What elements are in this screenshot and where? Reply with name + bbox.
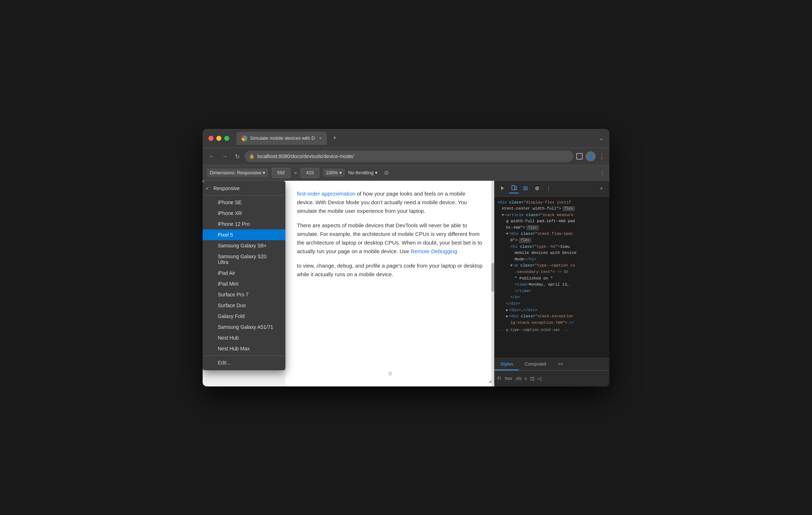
svg-rect-0: [512, 185, 515, 190]
more-devtools-icon[interactable]: ⋮: [543, 183, 554, 193]
code-line-14: <time>Monday, April 13,: [496, 282, 608, 288]
dropdown-item-samsung-s8[interactable]: Samsung Galaxy S8+: [203, 240, 285, 251]
dropdown-label-nest-hub-max: Nest Hub Max: [218, 346, 250, 351]
code-line-11: ▼<p class="type--caption co: [496, 263, 608, 269]
dropdown-label-edit: Edit...: [218, 360, 231, 366]
active-tab[interactable]: Simulate mobile devices with D ×: [236, 132, 327, 145]
dropdown-label-pixel-5: Pixel 5: [218, 232, 233, 238]
dropdown-item-surface-duo[interactable]: Surface Duo: [203, 300, 285, 311]
dropdown-label-iphone-se: iPhone SE: [218, 200, 242, 205]
dropdown-label-samsung-s20: Samsung Galaxy S20 Ultra: [218, 254, 278, 265]
dropdown-item-samsung-a51[interactable]: Samsung Galaxy A51/71: [203, 322, 285, 332]
dropdown-item-nest-hub-max[interactable]: Nest Hub Max: [203, 343, 285, 354]
devtools-tabs: Styles Computed >>: [495, 358, 609, 371]
code-line-13: " Published on ": [496, 276, 608, 282]
back-button[interactable]: ←: [207, 152, 217, 161]
code-view: <div class="display-flex justif ntent-ce…: [495, 197, 609, 358]
resize-handle[interactable]: ≡: [388, 368, 392, 379]
navbar: ← → ↻ 🔒 localhost:8080/docs/devtools/dev…: [203, 148, 609, 165]
maximize-button[interactable]: [224, 136, 229, 141]
avatar[interactable]: 👤: [586, 151, 596, 161]
sensors-icon[interactable]: ⊘: [384, 169, 389, 176]
toggle-sidebar-icon[interactable]: ⊡: [530, 376, 534, 381]
scrollbar[interactable]: [491, 181, 494, 386]
close-devtools-button[interactable]: ×: [596, 183, 606, 193]
dimensions-arrow: ▾: [263, 170, 265, 175]
code-line-17: </div>: [496, 301, 608, 307]
code-line-7: 0">flex: [496, 237, 608, 244]
code-line-4: g width-full pad-left-400 pad: [496, 218, 608, 225]
zoom-arrow: ▾: [339, 170, 342, 175]
dropdown-item-surface-pro[interactable]: Surface Pro 7: [203, 289, 285, 300]
svg-rect-1: [515, 187, 516, 190]
code-line-9: mobile devices with Device: [496, 250, 608, 256]
tab-close-button[interactable]: ×: [319, 136, 322, 141]
forward-button[interactable]: →: [220, 152, 230, 161]
zoom-label: 100%: [326, 170, 338, 175]
paragraph-3: to view, change, debug, and profile a pa…: [297, 261, 483, 279]
code-line-5: ht-400">flex: [496, 225, 608, 231]
reload-button[interactable]: ↻: [233, 152, 242, 161]
tab-styles[interactable]: Styles: [495, 358, 519, 370]
window-menu-button[interactable]: ⌄: [599, 135, 604, 142]
dropdown-item-nest-hub[interactable]: Nest Hub: [203, 332, 285, 343]
code-line-2: ntent-center width-full">flex: [496, 206, 608, 212]
page-content: first-order approximation of how your pa…: [285, 181, 494, 386]
dropdown-label-galaxy-fold: Galaxy Fold: [218, 313, 245, 319]
dropdown-item-ipad-air[interactable]: iPad Air: [203, 268, 285, 278]
dropdown-item-ipad-mini[interactable]: iPad Mini: [203, 278, 285, 289]
devtools-toolbar: ⚙ ⋮ ×: [495, 181, 609, 197]
devtools-panel: ⚙ ⋮ × <div class="display-flex justif nt…: [494, 181, 609, 386]
zoom-selector[interactable]: 100% ▾: [323, 169, 344, 177]
height-input[interactable]: [301, 168, 319, 178]
main-area: ✓ Responsive iPhone SE iPhone XR iPhone …: [203, 181, 609, 386]
new-tab-button[interactable]: +: [330, 133, 340, 143]
code-line-1: <div class="display-flex justif: [496, 200, 608, 206]
dropdown-item-iphone-12-pro[interactable]: iPhone 12 Pro: [203, 219, 285, 229]
dropdown-item-iphone-xr[interactable]: iPhone XR: [203, 208, 285, 219]
dropdown-item-edit[interactable]: Edit...: [203, 357, 285, 368]
chrome-icon: [242, 135, 247, 141]
cls-button[interactable]: .cls: [515, 376, 522, 381]
paragraph-1: first-order approximation of how your pa…: [297, 189, 483, 215]
device-toolbar: Dimensions: Responsive ▾ × 100% ▾ No thr…: [203, 165, 609, 181]
dropdown-item-responsive[interactable]: ✓ Responsive: [203, 183, 285, 194]
add-style-button[interactable]: +: [524, 376, 527, 381]
first-order-link[interactable]: first-order approximation: [297, 191, 356, 197]
dropdown-item-pixel-5[interactable]: Pixel 5: [203, 229, 285, 240]
tab-computed[interactable]: Computed: [519, 358, 552, 370]
code-line-3: ▼<article class="stack measure: [496, 212, 608, 219]
elements-cursor-icon[interactable]: [497, 183, 508, 193]
tab-title: Simulate mobile devices with D: [250, 135, 315, 141]
device-mode-icon[interactable]: [509, 183, 519, 193]
filter-label: Fi: [497, 376, 501, 381]
minimize-button[interactable]: [216, 136, 221, 141]
remote-debugging-link[interactable]: Remote Debugging: [411, 248, 457, 254]
more-options-icon[interactable]: ⋮: [599, 169, 605, 176]
throttle-selector[interactable]: No throttling ▾: [348, 170, 378, 175]
code-line-16: </p>: [496, 294, 608, 301]
dropdown-label-surface-pro: Surface Pro 7: [218, 292, 249, 297]
dropdown-item-iphone-se[interactable]: iPhone SE: [203, 197, 285, 208]
dimensions-selector[interactable]: Dimensions: Responsive ▾: [207, 169, 268, 177]
scroll-thumb[interactable]: [491, 263, 494, 292]
hov-button[interactable]: :hov: [504, 376, 512, 381]
width-input[interactable]: [272, 168, 290, 178]
settings-icon[interactable]: ⚙: [532, 183, 542, 193]
cast-icon[interactable]: [576, 153, 583, 160]
close-button[interactable]: [208, 136, 213, 141]
code-line-18: ▶<div>…</div>: [496, 307, 608, 314]
dropdown-item-galaxy-fold[interactable]: Galaxy Fold: [203, 311, 285, 322]
dropdown-item-samsung-s20[interactable]: Samsung Galaxy S20 Ultra: [203, 251, 285, 268]
elements-icon[interactable]: [520, 183, 531, 193]
dropdown-label-iphone-12-pro: iPhone 12 Pro: [218, 221, 250, 227]
browser-window: Simulate mobile devices with D × + ⌄ ← →…: [203, 129, 609, 386]
code-line-12: -secondary-text"> == $0: [496, 269, 608, 276]
device-dropdown-menu: ✓ Responsive iPhone SE iPhone XR iPhone …: [203, 181, 285, 370]
devtools-footer: Fi :hov .cls + ⊡ ◁: [495, 371, 609, 386]
url-bar[interactable]: 🔒 localhost:8080/docs/devtools/device-mo…: [245, 151, 573, 162]
dimension-separator: ×: [294, 170, 297, 176]
collapse-icon[interactable]: ◁: [537, 376, 541, 381]
tab-more[interactable]: >>: [552, 358, 569, 370]
nav-menu-button[interactable]: ⋮: [599, 152, 605, 160]
